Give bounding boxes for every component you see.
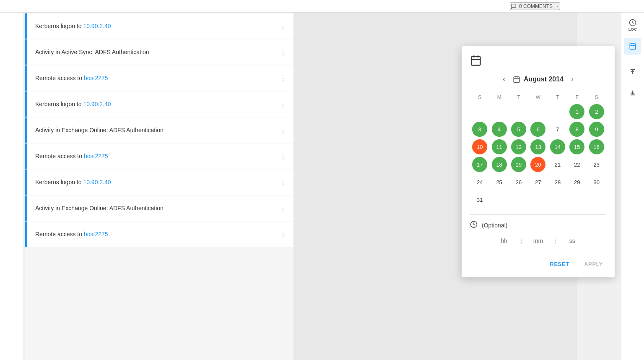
timeline-item: Kerberos logon to 10.90.2.40⋮ <box>25 91 293 117</box>
timeline-link[interactable]: host2275 <box>84 153 108 159</box>
calendar-day-6[interactable]: 6 <box>530 122 545 137</box>
timeline-link[interactable]: host2275 <box>84 75 108 81</box>
next-month-button[interactable]: › <box>568 73 577 85</box>
item-menu-dots[interactable]: ⋮ <box>280 152 287 160</box>
calendar-day-28[interactable]: 28 <box>550 175 565 190</box>
calendar-cell <box>509 103 528 120</box>
comments-button[interactable]: 0 COMMENTS <box>510 3 560 10</box>
calendar-day-30[interactable]: 30 <box>589 175 604 190</box>
timeline-item: Activity in Active Sync: ADFS Authentica… <box>25 39 293 65</box>
scroll-bottom-button[interactable] <box>624 84 641 101</box>
calendar-day-1[interactable]: 1 <box>569 104 584 119</box>
timeline-item: Remote access to host2275⋮ <box>25 222 293 247</box>
sidebar-right: LOC <box>621 13 644 360</box>
calendar-cell: 23 <box>587 156 606 173</box>
calendar-cell: 18 <box>489 156 509 173</box>
calendar-day-5[interactable]: 5 <box>511 122 526 137</box>
calendar-cell: 7 <box>548 120 567 138</box>
weekday-header: M <box>489 92 509 103</box>
calendar-actions-divider <box>470 254 606 254</box>
item-menu-dots[interactable]: ⋮ <box>280 22 287 30</box>
loc-button[interactable]: LOC <box>624 17 641 34</box>
timeline-link[interactable]: 10.90.2.40 <box>83 101 111 107</box>
calendar-day-13[interactable]: 13 <box>530 139 545 154</box>
time-sep-2: : <box>554 237 556 245</box>
calendar-day-25[interactable]: 25 <box>492 175 507 190</box>
loc-label: LOC <box>628 27 637 31</box>
calendar-grid: SMTWTFS123456789101112131415161718192021… <box>470 92 606 209</box>
calendar-day-9[interactable]: 9 <box>589 122 604 137</box>
timeline-item: Activity in Exchange Online: ADFS Authen… <box>25 196 293 221</box>
calendar-cell: 22 <box>567 156 587 173</box>
calendar-cell: 12 <box>509 138 528 156</box>
weekday-header: S <box>470 92 489 103</box>
calendar-day-16[interactable]: 16 <box>589 139 604 154</box>
timeline-link[interactable]: 10.90.2.40 <box>83 179 111 185</box>
calendar-cell: 13 <box>528 138 548 156</box>
calendar-day-3[interactable]: 3 <box>472 122 487 137</box>
calendar-day-11[interactable]: 11 <box>492 139 507 154</box>
item-menu-dots[interactable]: ⋮ <box>280 100 287 108</box>
timeline-link[interactable]: host2275 <box>84 231 108 237</box>
calendar-cell <box>567 191 587 209</box>
calendar-button[interactable] <box>624 38 641 55</box>
calendar-day-29[interactable]: 29 <box>569 175 584 190</box>
item-menu-dots[interactable]: ⋮ <box>280 48 287 56</box>
prev-month-button[interactable]: ‹ <box>499 73 509 85</box>
timeline-link[interactable]: 10.90.2.40 <box>83 23 111 29</box>
calendar-day-24[interactable]: 24 <box>472 175 487 190</box>
time-optional-label: (Optional) <box>482 222 507 229</box>
calendar-day-7[interactable]: 7 <box>550 122 565 137</box>
calendar-cell: 1 <box>567 103 587 120</box>
calendar-day-8[interactable]: 8 <box>569 122 584 137</box>
calendar-day-31[interactable]: 31 <box>472 192 487 207</box>
calendar-cell: 4 <box>489 120 509 138</box>
calendar-day-10[interactable]: 10 <box>472 139 487 154</box>
timeline-item: Activity in Exchange Online: ADFS Authen… <box>25 117 293 143</box>
hour-input[interactable] <box>491 235 517 247</box>
calendar-month-title: August 2014 <box>513 76 564 83</box>
item-menu-dots[interactable]: ⋮ <box>280 204 287 212</box>
item-menu-dots[interactable]: ⋮ <box>280 74 287 82</box>
item-menu-dots[interactable]: ⋮ <box>280 126 287 134</box>
calendar-day-18[interactable]: 18 <box>492 157 507 172</box>
timestamp-sidebar <box>0 13 23 360</box>
weekday-header: T <box>548 92 567 103</box>
calendar-cell: 17 <box>470 156 489 173</box>
calendar-day-20[interactable]: 20 <box>530 157 545 172</box>
calendar-day-4[interactable]: 4 <box>492 122 507 137</box>
item-menu-dots[interactable]: ⋮ <box>280 178 287 186</box>
scroll-top-button[interactable] <box>624 63 641 80</box>
calendar-day-26[interactable]: 26 <box>511 175 526 190</box>
calendar-cell <box>489 191 509 209</box>
second-input[interactable] <box>560 235 585 247</box>
reset-button[interactable]: RESET <box>547 259 573 269</box>
minute-input[interactable] <box>526 235 551 247</box>
calendar-cell: 16 <box>587 138 606 156</box>
item-menu-dots[interactable]: ⋮ <box>280 230 287 238</box>
month-year-label: August 2014 <box>524 76 564 83</box>
calendar-cell: 11 <box>489 138 509 156</box>
apply-button[interactable]: APPLY <box>581 259 606 269</box>
calendar-day-14[interactable]: 14 <box>550 139 565 154</box>
calendar-day-21[interactable]: 21 <box>550 157 565 172</box>
calendar-cell <box>528 191 548 209</box>
calendar-day-12[interactable]: 12 <box>511 139 526 154</box>
calendar-day-27[interactable]: 27 <box>530 175 545 190</box>
calendar-cell: 27 <box>528 173 548 191</box>
time-section: (Optional) <box>470 221 606 230</box>
calendar-day-17[interactable]: 17 <box>472 157 487 172</box>
calendar-cell <box>509 191 528 209</box>
calendar-day-22[interactable]: 22 <box>569 157 584 172</box>
sidebar-divider-1 <box>623 59 641 59</box>
calendar-day-23[interactable]: 23 <box>589 157 604 172</box>
calendar-day-2[interactable]: 2 <box>589 104 604 119</box>
timeline-item: Remote access to host2275⋮ <box>25 65 293 91</box>
calendar-day-19[interactable]: 19 <box>511 157 526 172</box>
calendar-cell: 30 <box>587 173 606 191</box>
calendar-cell <box>489 103 509 120</box>
weekday-header: T <box>509 92 528 103</box>
calendar-actions: RESET APPLY <box>470 259 606 269</box>
calendar-day-15[interactable]: 15 <box>569 139 584 154</box>
time-inputs: : : <box>470 235 606 247</box>
